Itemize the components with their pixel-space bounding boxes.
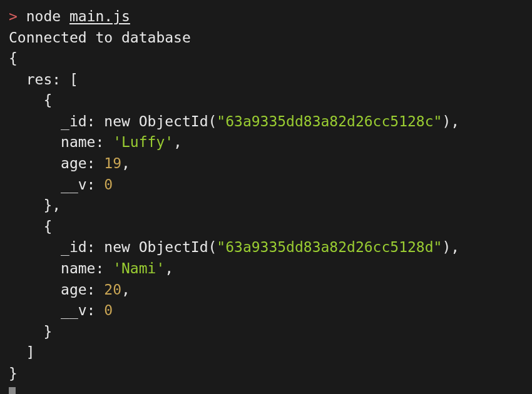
output-line: }: [9, 321, 523, 343]
output-line: _id: new ObjectId("63a9335dd83a82d26cc51…: [9, 237, 523, 258]
output-line: {: [9, 216, 523, 238]
output-line: }: [9, 363, 523, 385]
age-value: 19: [104, 155, 121, 171]
output-line: },: [9, 195, 523, 216]
terminal-output: > node main.js Connected to database { r…: [9, 6, 523, 394]
output-line: name: 'Luffy',: [9, 132, 523, 153]
output-line: ]: [9, 342, 523, 363]
output-line: {: [9, 90, 523, 111]
age-value: 20: [104, 281, 121, 298]
output-line: age: 20,: [9, 280, 523, 301]
output-line: _id: new ObjectId("63a9335dd83a82d26cc51…: [9, 111, 523, 133]
version-value: 0: [104, 302, 113, 318]
connected-message: Connected to database: [9, 28, 523, 49]
name-value: 'Nami': [113, 260, 165, 276]
output-line: age: 19,: [9, 153, 523, 174]
output-line: res: [: [9, 69, 523, 91]
prompt-symbol: >: [9, 8, 18, 24]
output-line: __v: 0: [9, 300, 523, 321]
object-id-value: "63a9335dd83a82d26cc5128d": [217, 239, 442, 255]
cursor-line[interactable]: [9, 384, 523, 394]
terminal-cursor: [9, 387, 16, 394]
name-value: 'Luffy': [113, 134, 173, 150]
output-line: __v: 0: [9, 174, 523, 196]
command-argument: main.js: [69, 8, 130, 24]
object-id-value: "63a9335dd83a82d26cc5128c": [217, 113, 442, 129]
version-value: 0: [104, 176, 113, 193]
output-line: {: [9, 48, 523, 69]
prompt-line[interactable]: > node main.js: [9, 6, 523, 28]
output-line: name: 'Nami',: [9, 258, 523, 280]
command-binary: node: [26, 8, 61, 24]
